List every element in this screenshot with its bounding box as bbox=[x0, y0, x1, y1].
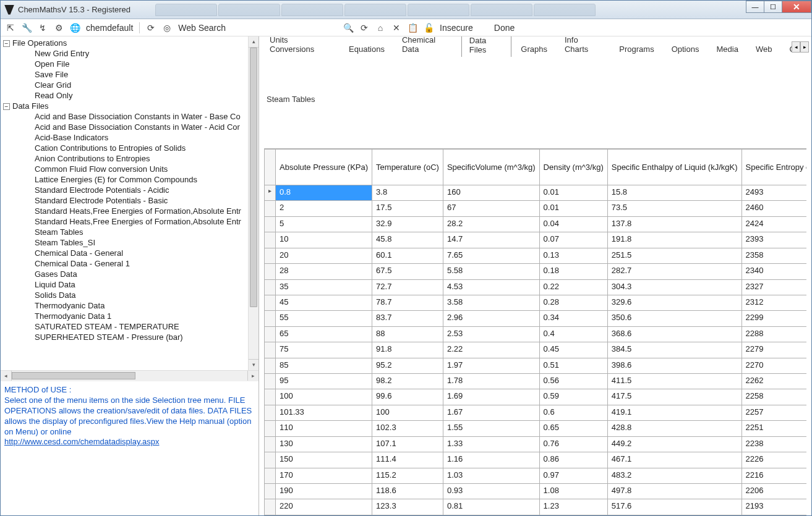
bg-tab[interactable] bbox=[534, 4, 596, 16]
row-header[interactable] bbox=[265, 295, 276, 310]
tab-data-files[interactable]: Data Files bbox=[461, 36, 512, 57]
row-header[interactable] bbox=[265, 389, 276, 405]
cell[interactable]: 449.2 bbox=[607, 436, 741, 452]
cell[interactable]: 1.97 bbox=[443, 358, 539, 373]
cell[interactable]: 0.56 bbox=[539, 374, 607, 389]
cell[interactable]: 60.1 bbox=[372, 248, 443, 263]
scrollbar-thumb[interactable] bbox=[250, 48, 257, 307]
cell[interactable]: 78.7 bbox=[372, 295, 443, 310]
row-header[interactable] bbox=[265, 499, 276, 515]
table-row[interactable]: 8595.21.970.51398.6227026687.42 bbox=[265, 358, 807, 373]
cell[interactable]: 35 bbox=[276, 279, 372, 295]
cell[interactable]: 2193 bbox=[741, 499, 806, 515]
cell[interactable]: 282.7 bbox=[607, 264, 741, 279]
cell[interactable]: 251.5 bbox=[607, 248, 741, 263]
cell[interactable]: 0.93 bbox=[443, 484, 539, 499]
cell[interactable]: 160 bbox=[443, 185, 539, 201]
cell[interactable]: 2299 bbox=[741, 311, 806, 326]
table-row[interactable]: 0.83.81600.0115.8249325099.06 bbox=[265, 185, 807, 201]
table-row[interactable]: 10099.61.690.59417.5225826757.36 bbox=[265, 389, 807, 405]
cell[interactable]: 0.81 bbox=[443, 499, 539, 515]
tree-scrollbar-horizontal[interactable] bbox=[1, 370, 259, 381]
gear-icon[interactable]: ⚙ bbox=[54, 23, 64, 33]
tree-item[interactable]: Acid-Base Indicators bbox=[1, 132, 248, 143]
tree-item[interactable]: Chemical Data - General bbox=[1, 248, 248, 258]
cell[interactable]: 45 bbox=[276, 295, 372, 310]
cell[interactable]: 2 bbox=[276, 201, 372, 216]
tree-item[interactable]: Liquid Data bbox=[1, 279, 248, 290]
tree-item[interactable]: Thermodyanic Data 1 bbox=[1, 311, 248, 321]
cell[interactable]: 384.5 bbox=[607, 342, 741, 358]
cell[interactable]: 2327 bbox=[741, 279, 806, 295]
cell[interactable]: 67 bbox=[443, 201, 539, 216]
cell[interactable]: 2358 bbox=[741, 248, 806, 263]
cell[interactable]: 67.5 bbox=[372, 264, 443, 279]
cell[interactable]: 3.58 bbox=[443, 295, 539, 310]
cell[interactable]: 2.22 bbox=[443, 342, 539, 358]
cell[interactable]: 118.6 bbox=[372, 484, 443, 499]
collapse-icon[interactable]: − bbox=[3, 40, 10, 47]
cell[interactable]: 15.8 bbox=[607, 185, 741, 201]
cell[interactable]: 411.5 bbox=[607, 374, 741, 389]
row-header[interactable] bbox=[265, 452, 276, 468]
cell[interactable]: 110 bbox=[276, 421, 372, 436]
cell[interactable]: 72.7 bbox=[372, 279, 443, 295]
cell[interactable]: 0.01 bbox=[539, 185, 607, 201]
table-row[interactable]: 150111.41.160.86467.1222626987.22 bbox=[265, 452, 807, 468]
cell[interactable]: 91.8 bbox=[372, 342, 443, 358]
cell[interactable]: 32.9 bbox=[372, 216, 443, 232]
data-grid[interactable]: Absolute Pressure (KPa)Temperature (oC)S… bbox=[264, 149, 806, 515]
cell[interactable]: 0.18 bbox=[539, 264, 607, 279]
bg-tab[interactable] bbox=[155, 4, 217, 16]
cell[interactable]: 0.86 bbox=[539, 452, 607, 468]
globe-icon[interactable]: 🌐 bbox=[70, 23, 80, 33]
row-header[interactable] bbox=[265, 201, 276, 216]
cell[interactable]: 0.97 bbox=[539, 468, 607, 483]
tab-web[interactable]: Web bbox=[748, 41, 780, 56]
help-link[interactable]: http://www.cesd.com/chemdatadisplay.aspx bbox=[4, 437, 160, 446]
cell[interactable]: 0.6 bbox=[539, 405, 607, 420]
share-icon[interactable]: ↯ bbox=[38, 23, 48, 33]
cell[interactable]: 137.8 bbox=[607, 216, 741, 232]
cell[interactable]: 150 bbox=[276, 452, 372, 468]
tree-parent[interactable]: −Data Files bbox=[1, 101, 248, 111]
tree-item[interactable]: SUPERHEATED STEAM - Pressure (bar) bbox=[1, 332, 248, 342]
cell[interactable]: 14.7 bbox=[443, 232, 539, 248]
home-icon[interactable]: ⌂ bbox=[375, 23, 385, 33]
tree-parent[interactable]: −File Operations bbox=[1, 38, 248, 48]
cell[interactable]: 45.8 bbox=[372, 232, 443, 248]
cell[interactable]: 220 bbox=[276, 499, 372, 515]
cell[interactable]: 0.59 bbox=[539, 389, 607, 405]
cell[interactable]: 101.33 bbox=[276, 405, 372, 420]
cell[interactable]: 0.34 bbox=[539, 311, 607, 326]
cell[interactable]: 329.6 bbox=[607, 295, 741, 310]
bg-tab[interactable] bbox=[281, 4, 343, 16]
cell[interactable]: 1.33 bbox=[443, 436, 539, 452]
cell[interactable]: 2226 bbox=[741, 452, 806, 468]
table-row[interactable]: 2060.17.650.13251.5235826107.91 bbox=[265, 248, 807, 263]
tab-programs[interactable]: Programs bbox=[611, 41, 662, 56]
tree-item[interactable]: Standard Electrode Potentials - Basic bbox=[1, 195, 248, 206]
cell[interactable]: 1.78 bbox=[443, 374, 539, 389]
table-row[interactable]: 110102.31.550.65428.8225126807.33 bbox=[265, 421, 807, 436]
cell[interactable]: 2251 bbox=[741, 421, 806, 436]
cell[interactable]: 28 bbox=[276, 264, 372, 279]
cell[interactable]: 0.65 bbox=[539, 421, 607, 436]
tree-item[interactable]: Chemical Data - General 1 bbox=[1, 258, 248, 269]
row-header[interactable] bbox=[265, 421, 276, 436]
scrollbar-thumb[interactable] bbox=[12, 372, 135, 379]
row-header[interactable] bbox=[265, 436, 276, 452]
row-header[interactable] bbox=[265, 279, 276, 295]
cell[interactable]: 1.55 bbox=[443, 421, 539, 436]
column-header[interactable]: Specific Enthalpy of Liquid (kJ/kgK) bbox=[607, 150, 741, 185]
cell[interactable]: 2262 bbox=[741, 374, 806, 389]
table-row[interactable]: 7591.82.220.45384.5227926637.46 bbox=[265, 342, 807, 358]
tree-item[interactable]: Read Only bbox=[1, 90, 248, 101]
bg-tab[interactable] bbox=[344, 4, 406, 16]
cell[interactable]: 419.1 bbox=[607, 405, 741, 420]
tab-scroll-right[interactable]: ▸ bbox=[800, 41, 809, 53]
table-row[interactable]: 217.5670.0173.5246025348.73 bbox=[265, 201, 807, 216]
cell[interactable]: 10 bbox=[276, 232, 372, 248]
table-row[interactable]: 220123.30.811.23517.6219327117.1 bbox=[265, 499, 807, 515]
cell[interactable]: 0.22 bbox=[539, 279, 607, 295]
